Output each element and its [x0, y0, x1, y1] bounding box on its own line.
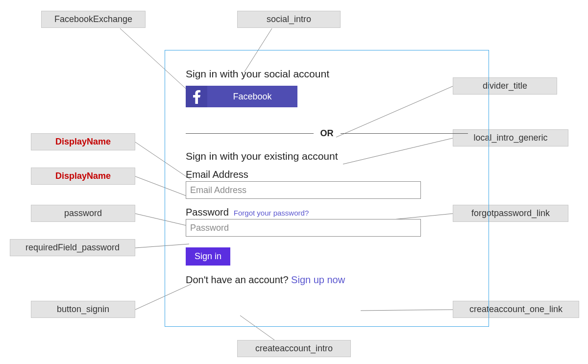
password-input[interactable]	[186, 219, 421, 237]
local-intro-text: Sign in with your existing account	[186, 150, 468, 162]
create-account-intro: Don't have an account?	[186, 274, 289, 285]
signin-panel: Sign in with your social account Faceboo…	[165, 50, 489, 327]
divider-title: OR	[314, 128, 341, 139]
annot-display-name-1: DisplayName	[31, 133, 135, 150]
annot-facebook-exchange: FacebookExchange	[41, 11, 146, 28]
annot-required-field-password: requiredField_password	[10, 239, 135, 256]
password-label-text: Password	[186, 207, 229, 218]
annot-display-name-2: DisplayName	[31, 168, 135, 185]
email-label: Email Address	[186, 169, 468, 180]
annot-button-signin: button_signin	[31, 301, 135, 318]
annot-social-intro: social_intro	[237, 11, 341, 28]
facebook-button[interactable]: Facebook	[186, 86, 297, 107]
divider-line-left	[186, 133, 314, 134]
divider-line-right	[341, 133, 468, 134]
signup-link[interactable]: Sign up now	[291, 274, 345, 285]
email-label-text: Email Address	[186, 169, 248, 180]
password-label-row: Password Forgot your password?	[186, 207, 468, 218]
annot-createaccount-intro: createaccount_intro	[237, 340, 351, 357]
facebook-icon	[186, 86, 207, 107]
signin-button[interactable]: Sign in	[186, 247, 230, 266]
annot-password: password	[31, 205, 135, 222]
email-input[interactable]	[186, 181, 421, 199]
social-intro-text: Sign in with your social account	[186, 68, 468, 80]
facebook-button-label: Facebook	[207, 92, 297, 102]
forgot-password-link[interactable]: Forgot your password?	[234, 209, 309, 217]
create-account-row: Don't have an account? Sign up now	[186, 274, 468, 286]
divider: OR	[186, 127, 468, 140]
